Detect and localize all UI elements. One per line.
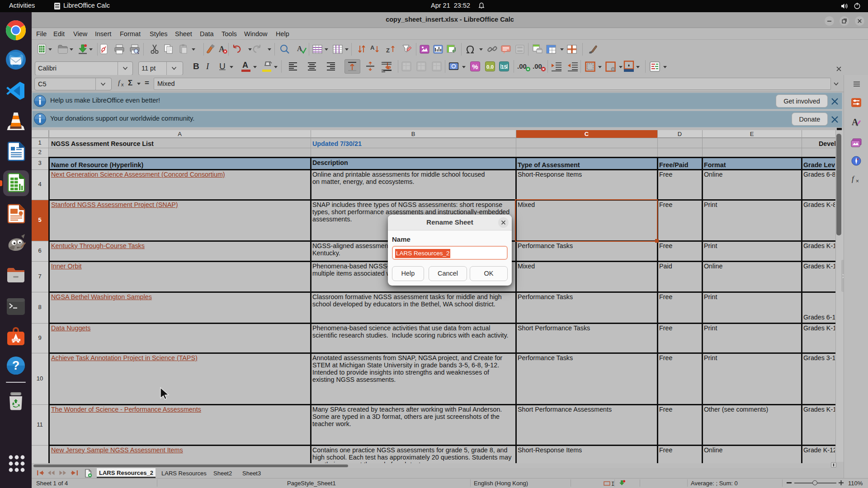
svg-text:%: % bbox=[472, 63, 478, 70]
svg-text:?: ? bbox=[12, 359, 20, 372]
svg-text:15: 15 bbox=[501, 64, 507, 70]
svg-text:A: A bbox=[370, 44, 375, 51]
svg-text:.00: .00 bbox=[533, 62, 542, 70]
svg-text:Z: Z bbox=[386, 47, 390, 54]
svg-text:0.0: 0.0 bbox=[486, 64, 494, 70]
svg-text:I: I bbox=[611, 481, 614, 486]
svg-text:.00: .00 bbox=[517, 62, 527, 70]
